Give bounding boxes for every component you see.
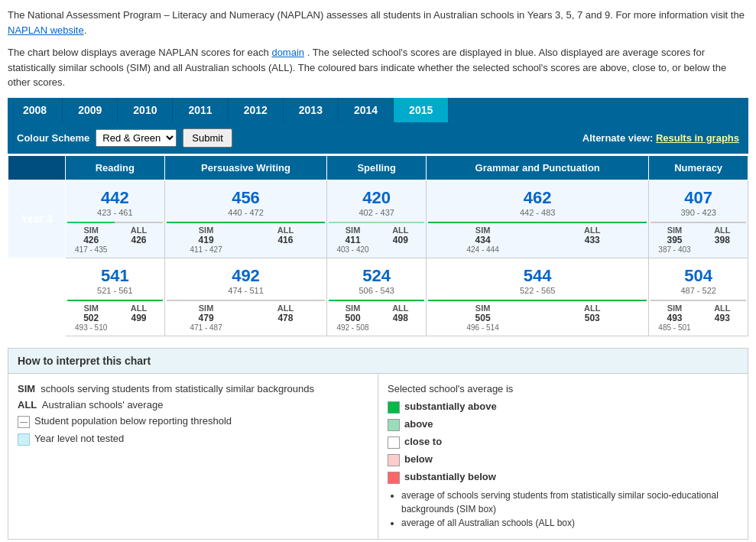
year3-writing-score: 456 — [170, 188, 323, 208]
col-header-numeracy: Numeracy — [649, 155, 748, 180]
year3-grammar-all: ALL 433 — [537, 222, 647, 255]
year5-spelling-range: 506 - 543 — [332, 286, 421, 295]
alternate-view-label: Alternate view: — [582, 132, 653, 144]
interpret-left: SIM schools serving students from statis… — [8, 374, 378, 539]
below-legend: below — [388, 453, 738, 466]
interpret-title: How to interpret this chart — [8, 349, 748, 374]
submit-button[interactable]: Submit — [183, 128, 232, 148]
tab-2015[interactable]: 2015 — [394, 98, 449, 122]
year3-grammar-sim: SIM 434 424 - 444 — [428, 222, 537, 255]
year5-writing-range: 474 - 511 — [170, 286, 323, 295]
year5-grammar-range: 522 - 565 — [431, 286, 644, 295]
year3-reading-sim: SIM 426 417 - 435 — [67, 222, 115, 255]
col-header-spelling: Spelling — [327, 155, 427, 180]
substantially-below-legend: substantially below — [388, 471, 738, 484]
year3-numeracy-all: ALL 398 — [699, 222, 746, 255]
year3-numeracy-cell: 407 390 - 423 SIM 395 387 - 403 ALL 398 — [649, 180, 748, 258]
col-header-year — [8, 155, 66, 180]
year3-writing-all: ALL 416 — [246, 222, 326, 255]
year3-grammar-range: 442 - 483 — [431, 208, 644, 217]
year3-writing-range: 440 - 472 — [170, 208, 323, 217]
year5-row: Year 5 541 521 - 561 SIM 502 493 - 510 — [8, 258, 748, 336]
domain-link[interactable]: domain — [271, 47, 304, 58]
interpret-right: Selected school's average is substantial… — [378, 374, 748, 539]
below-threshold-legend: ― Student population below reporting thr… — [18, 415, 368, 428]
year5-writing-sim: SIM 479 471 - 487 — [167, 300, 246, 333]
intro-paragraph1: The National Assessment Program – Litera… — [8, 8, 748, 37]
year5-grammar-cell: 544 522 - 565 SIM 505 496 - 514 ALL 503 — [427, 258, 649, 336]
year5-grammar-all: ALL 503 — [537, 300, 647, 333]
year3-reading-all: ALL 426 — [115, 222, 162, 255]
sim-description: SIM schools serving students from statis… — [18, 383, 368, 394]
year3-spelling-sim: SIM 411 403 - 420 — [329, 222, 376, 255]
dark-green-box-icon — [388, 401, 400, 414]
tab-2009[interactable]: 2009 — [63, 98, 118, 122]
white-box-icon — [388, 437, 400, 449]
page-container: The National Assessment Program – Litera… — [8, 8, 748, 540]
year5-writing-all: ALL 478 — [246, 300, 326, 333]
tab-2011[interactable]: 2011 — [173, 98, 228, 122]
year3-label: Year 3 — [8, 180, 66, 258]
tab-2010[interactable]: 2010 — [118, 98, 173, 122]
close-to-legend: close to — [388, 436, 738, 449]
dark-pink-box-icon — [388, 472, 400, 484]
year3-grammar-cell: 462 442 - 483 SIM 434 424 - 444 ALL 433 — [427, 180, 649, 258]
year3-spelling-cell: 420 402 - 437 SIM 411 403 - 420 ALL 409 — [327, 180, 427, 258]
scores-table: Reading Persuasive Writing Spelling Gram… — [8, 155, 748, 336]
controls-right: Alternate view: Results in graphs — [582, 132, 739, 144]
year5-spelling-score: 524 — [332, 266, 421, 286]
year5-numeracy-score: 504 — [654, 266, 743, 286]
year5-grammar-sim: SIM 505 496 - 514 — [428, 300, 537, 333]
year3-grammar-score: 462 — [431, 188, 644, 208]
year3-numeracy-score: 407 — [654, 188, 743, 208]
year3-reading-cell: 442 423 - 461 SIM 426 417 - 435 ALL 426 — [66, 180, 165, 258]
not-tested-legend: Year level not tested — [18, 433, 368, 446]
year3-reading-range: 423 - 461 — [70, 208, 160, 217]
year5-numeracy-cell: 504 487 - 522 SIM 493 485 - 501 ALL 493 — [649, 258, 748, 336]
cyan-box-icon — [18, 433, 30, 446]
year5-spelling-sim: SIM 500 492 - 508 — [329, 300, 376, 333]
year5-writing-cell: 492 474 - 511 SIM 479 471 - 487 ALL 478 — [164, 258, 327, 336]
year5-reading-all: ALL 499 — [115, 300, 162, 333]
light-pink-box-icon — [388, 454, 400, 466]
year3-spelling-score: 420 — [332, 188, 421, 208]
substantially-above-legend: substantially above — [388, 401, 738, 414]
results-in-graphs-link[interactable]: Results in graphs — [656, 132, 739, 144]
tab-2014[interactable]: 2014 — [339, 98, 394, 122]
controls-bar: Colour Scheme Red & Green Submit Alterna… — [8, 122, 748, 154]
year3-spelling-range: 402 - 437 — [332, 208, 421, 217]
tab-2012[interactable]: 2012 — [229, 98, 284, 122]
year5-numeracy-range: 487 - 522 — [654, 286, 743, 295]
year5-grammar-score: 544 — [431, 266, 644, 286]
naplan-link[interactable]: NAPLAN website — [8, 24, 84, 36]
year5-spelling-cell: 524 506 - 543 SIM 500 492 - 508 ALL 498 — [327, 258, 427, 336]
bullet-item-2: average of all Australian schools (ALL b… — [401, 516, 738, 530]
dash-box-icon: ― — [18, 416, 30, 428]
year5-numeracy-sim: SIM 493 485 - 501 — [651, 300, 698, 333]
col-header-grammar: Grammar and Punctuation — [427, 155, 649, 180]
year5-reading-sim: SIM 502 493 - 510 — [67, 300, 115, 333]
year5-spelling-all: ALL 498 — [377, 300, 424, 333]
year5-label: Year 5 — [8, 258, 66, 336]
year3-spelling-all: ALL 409 — [377, 222, 424, 255]
colour-scheme-select[interactable]: Red & Green — [96, 129, 177, 147]
col-header-writing: Persuasive Writing — [164, 155, 327, 180]
interpret-body: SIM schools serving students from statis… — [8, 374, 748, 539]
tab-2013[interactable]: 2013 — [284, 98, 339, 122]
interpret-section: How to interpret this chart SIM schools … — [8, 348, 748, 540]
bullet-list: average of schools serving students from… — [388, 488, 738, 530]
year5-numeracy-all: ALL 493 — [699, 300, 746, 333]
bullet-item-1: average of schools serving students from… — [401, 488, 738, 516]
col-header-reading: Reading — [66, 155, 165, 180]
intro-paragraph2: The chart below displays average NAPLAN … — [8, 45, 748, 90]
year3-row: Year 3 442 423 - 461 SIM 426 417 - 435 — [8, 180, 748, 258]
controls-left: Colour Scheme Red & Green Submit — [17, 128, 232, 148]
selected-avg-title: Selected school's average is — [388, 383, 738, 394]
above-legend: above — [388, 418, 738, 431]
year5-writing-score: 492 — [170, 266, 323, 286]
all-description: ALL Australian schools' average — [18, 399, 368, 411]
tab-2008[interactable]: 2008 — [8, 98, 63, 122]
year5-reading-score: 541 — [70, 266, 160, 286]
year-tabs: 2008 2009 2010 2011 2012 2013 2014 2015 — [8, 98, 748, 122]
colour-scheme-label: Colour Scheme — [17, 132, 89, 144]
